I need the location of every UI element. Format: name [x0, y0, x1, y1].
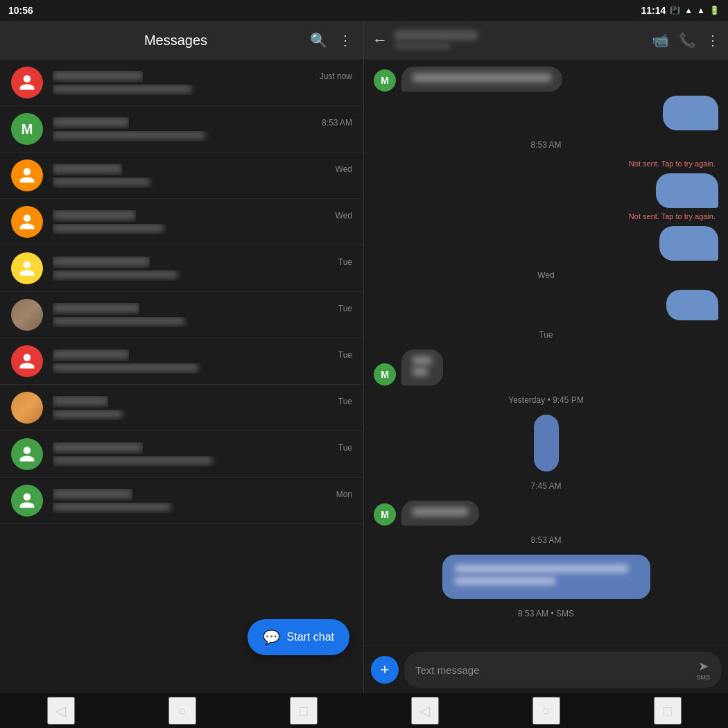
more-options-button[interactable]: ⋮: [706, 32, 720, 49]
conv-preview: [53, 224, 352, 234]
list-item[interactable]: Tue: [0, 338, 363, 385]
conv-preview: [53, 131, 352, 141]
conv-preview: [53, 85, 352, 95]
list-item[interactable]: M 8:53 AM: [0, 106, 363, 153]
conv-info: Wed: [53, 164, 352, 188]
conv-preview: [53, 177, 352, 188]
send-icon: ➤: [698, 659, 709, 674]
home-nav-button-2[interactable]: ○: [532, 697, 560, 725]
conv-time: Tue: [338, 304, 352, 313]
search-button[interactable]: 🔍: [310, 32, 327, 49]
conv-time: Tue: [338, 397, 352, 406]
message-input-wrapper: Text message ➤ SMS: [404, 652, 721, 688]
time-separator: 8:53 AM: [374, 140, 718, 150]
conv-info: Tue: [53, 396, 352, 420]
message-bubble[interactable]: [442, 555, 650, 599]
list-item[interactable]: Wed: [0, 199, 363, 245]
conv-preview: [53, 410, 352, 420]
conv-info: Mon: [53, 489, 352, 513]
send-label: SMS: [696, 674, 710, 681]
message-row: M: [374, 501, 718, 526]
time-separator: Yesterday • 9:45 PM: [374, 395, 718, 405]
time-separator: 8:53 AM: [374, 535, 718, 545]
left-header-icons: 🔍 ⋮: [310, 32, 352, 49]
right-panel: ← 📹 📞 ⋮ M: [364, 21, 728, 693]
input-area: + Text message ➤ SMS: [364, 645, 728, 693]
recents-nav-button[interactable]: □: [290, 697, 318, 725]
message-content: [455, 564, 629, 573]
right-header-icons: 📹 📞 ⋮: [652, 32, 720, 49]
left-header: Messages 🔍 ⋮: [0, 21, 363, 60]
vibrate-icon: 📳: [670, 6, 680, 15]
wifi-icon: ▲: [684, 6, 693, 15]
conv-name: [53, 164, 122, 175]
conv-name: [53, 489, 132, 501]
msg-avatar: M: [374, 69, 396, 92]
video-call-button[interactable]: 📹: [652, 32, 669, 49]
time-separator: Tue: [374, 330, 718, 340]
avatar: [11, 159, 43, 191]
send-button[interactable]: ➤ SMS: [696, 659, 710, 681]
not-sent-label[interactable]: Not sent. Tap to try again.: [374, 159, 716, 168]
message-input[interactable]: Text message: [415, 664, 696, 676]
list-item[interactable]: Tue: [0, 431, 363, 478]
conv-name: [53, 442, 143, 454]
home-nav-button[interactable]: ○: [168, 697, 196, 725]
conv-name: [53, 396, 108, 408]
chat-title-info: [395, 31, 645, 50]
conv-time: Mon: [336, 489, 352, 499]
list-item[interactable]: Wed: [0, 153, 363, 199]
main-content: Messages 🔍 ⋮ Just now: [0, 21, 728, 693]
conv-info: Tue: [53, 349, 352, 374]
conversation-list: Just now M 8:53 AM: [0, 60, 363, 693]
message-row: [374, 555, 718, 599]
message-row[interactable]: [374, 226, 718, 261]
conv-time: Tue: [338, 443, 352, 453]
recents-nav-button-2[interactable]: □: [654, 697, 682, 725]
time-separator: Wed: [374, 270, 718, 280]
message-content: [413, 73, 551, 82]
message-row[interactable]: [374, 173, 718, 208]
plus-icon: +: [381, 661, 390, 679]
left-status: 10:56: [8, 4, 33, 17]
avatar: [11, 252, 43, 284]
list-item[interactable]: Mon: [0, 478, 363, 524]
avatar: [11, 392, 43, 424]
message-bubble[interactable]: [534, 415, 559, 471]
start-chat-button[interactable]: 💬 Start chat: [248, 619, 349, 655]
message-bubble[interactable]: [663, 96, 718, 130]
conv-preview: [53, 363, 352, 374]
chat-contact-name: [395, 31, 478, 40]
right-status: 11:14 📳 ▲ ▲ 🔋: [641, 5, 720, 16]
conv-preview: [53, 270, 352, 281]
list-item[interactable]: Tue: [0, 292, 363, 338]
message-bubble[interactable]: [401, 67, 562, 92]
more-options-button[interactable]: ⋮: [338, 32, 352, 49]
message-bubble[interactable]: [401, 501, 479, 526]
conv-name: [53, 71, 143, 83]
message-bubble[interactable]: [666, 290, 718, 320]
msg-avatar: M: [374, 503, 396, 526]
back-nav-button-2[interactable]: ◁: [411, 697, 439, 725]
add-attachment-button[interactable]: +: [371, 656, 399, 684]
list-item[interactable]: Just now: [0, 60, 363, 106]
chat-icon: 💬: [263, 629, 280, 645]
left-time: 10:56: [8, 5, 33, 16]
chat-contact-status: [395, 42, 450, 50]
conv-info: Just now: [53, 71, 352, 95]
list-item[interactable]: Tue: [0, 245, 363, 292]
message-bubble[interactable]: [401, 349, 443, 385]
voice-call-button[interactable]: 📞: [679, 32, 696, 49]
message-bubble[interactable]: [659, 226, 718, 261]
message-row: M: [374, 67, 718, 92]
conv-time: Just now: [320, 71, 352, 81]
avatar: M: [11, 113, 43, 145]
not-sent-label-2[interactable]: Not sent. Tap to try again.: [374, 212, 716, 220]
message-bubble[interactable]: [656, 173, 718, 208]
conv-name: [53, 349, 129, 361]
back-nav-button[interactable]: ◁: [47, 697, 75, 725]
conv-time: Tue: [338, 350, 352, 360]
messages-title: Messages: [42, 33, 310, 49]
list-item[interactable]: Tue: [0, 385, 363, 431]
back-button[interactable]: ←: [372, 31, 388, 49]
